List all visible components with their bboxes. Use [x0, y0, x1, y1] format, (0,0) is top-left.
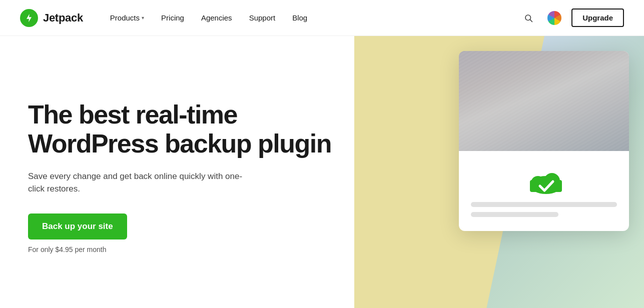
card-line-2: [471, 212, 558, 217]
main-nav: Products ▾ Pricing Agencies Support Blog: [103, 10, 519, 26]
svg-marker-0: [27, 14, 32, 22]
svg-line-2: [530, 20, 532, 22]
search-button[interactable]: [519, 9, 537, 27]
language-button[interactable]: [545, 9, 563, 27]
hero-subtitle: Save every change and get back online qu…: [28, 170, 248, 196]
card-photo: [459, 51, 629, 151]
logo[interactable]: Jetpack: [20, 9, 83, 27]
upgrade-button[interactable]: Upgrade: [571, 8, 624, 27]
logo-icon: [20, 9, 38, 27]
brand-name: Jetpack: [43, 12, 83, 24]
header-actions: Upgrade: [519, 8, 624, 27]
nav-agencies[interactable]: Agencies: [194, 10, 239, 26]
price-note: For only $4.95 per month: [28, 246, 334, 254]
hero-image-area: [354, 36, 644, 308]
card-lines: [471, 202, 617, 217]
search-icon: [524, 14, 533, 22]
card-line-1: [471, 202, 617, 207]
cloud-check-icon: [526, 166, 562, 194]
card-body: [459, 151, 629, 231]
backup-card-mockup: [459, 51, 629, 231]
nav-pricing[interactable]: Pricing: [154, 10, 191, 26]
hero-section: The best real-time WordPress backup plug…: [0, 36, 354, 308]
chevron-down-icon: ▾: [142, 15, 144, 20]
nav-blog[interactable]: Blog: [285, 10, 314, 26]
lightning-icon: [24, 13, 34, 23]
main-content: The best real-time WordPress backup plug…: [0, 36, 644, 308]
cta-button[interactable]: Back up your site: [28, 214, 127, 240]
hero-title: The best real-time WordPress backup plug…: [28, 100, 334, 158]
nav-support[interactable]: Support: [242, 10, 283, 26]
nav-products[interactable]: Products ▾: [103, 10, 151, 26]
globe-icon: [547, 11, 561, 25]
